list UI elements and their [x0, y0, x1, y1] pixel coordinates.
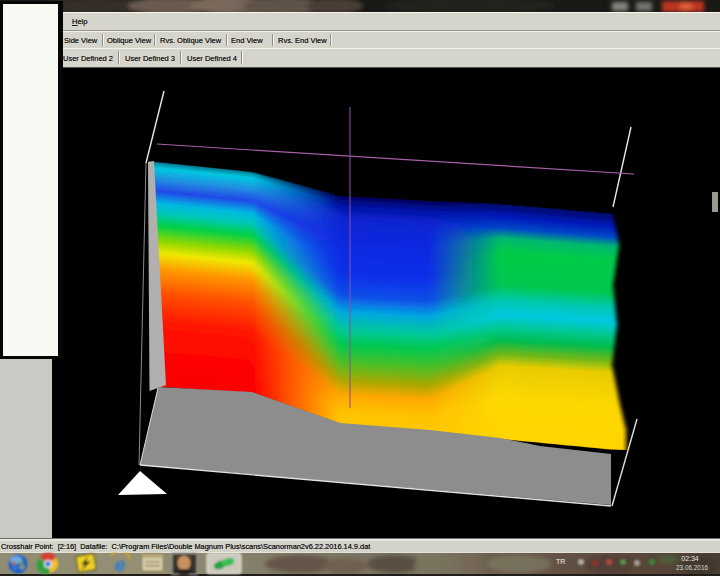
svg-text:23.06.2016: 23.06.2016 [676, 564, 708, 571]
svg-text:02:34: 02:34 [681, 555, 699, 562]
svg-text:TR: TR [556, 558, 565, 565]
svg-text:e: e [115, 554, 126, 575]
